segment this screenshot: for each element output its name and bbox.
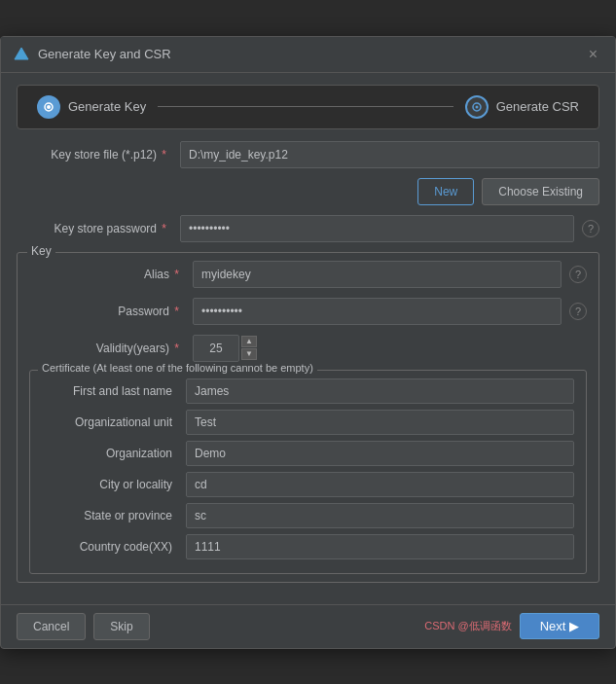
cert-row-1: Organizational unit	[42, 410, 574, 435]
cert-row-3: City or locality	[42, 472, 574, 497]
cert-label-0: First and last name	[42, 384, 178, 398]
title-bar: Generate Key and CSR ×	[1, 37, 615, 73]
cert-label-2: Organization	[42, 447, 178, 460]
dialog-title: Generate Key and CSR	[38, 47, 171, 61]
step-2-circle	[465, 95, 489, 119]
bottom-left-buttons: Cancel Skip	[17, 613, 150, 640]
cert-row-0: First and last name	[42, 378, 574, 404]
cert-input-city[interactable]	[186, 472, 574, 497]
validity-input-wrap: ▲ ▼	[193, 335, 257, 362]
validity-label: Validity(years) *	[29, 342, 185, 355]
validity-down-button[interactable]: ▼	[241, 348, 257, 360]
cert-input-state[interactable]	[186, 503, 574, 528]
step-line	[158, 106, 453, 107]
cert-label-4: State or province	[42, 509, 178, 522]
key-section-title: Key	[27, 244, 55, 258]
keystore-file-label: Key store file (*.p12) *	[17, 148, 172, 162]
keystore-file-row: Key store file (*.p12) *	[17, 141, 599, 168]
bottom-right-buttons: CSDN @低调函数 Next ▶	[424, 613, 599, 639]
alias-input[interactable]	[193, 261, 562, 288]
alias-help-icon[interactable]: ?	[569, 266, 587, 283]
key-password-row: Password * ?	[29, 298, 587, 325]
alias-row: Alias * ?	[29, 261, 587, 288]
cert-input-org-unit[interactable]	[186, 410, 574, 435]
cert-label-1: Organizational unit	[42, 415, 178, 429]
step-1-label: Generate Key	[68, 99, 146, 114]
keystore-password-row: Key store password * ?	[17, 215, 599, 242]
cert-row-4: State or province	[42, 503, 574, 528]
keystore-button-row: New Choose Existing	[17, 178, 599, 205]
form-content: Key store file (*.p12) * New Choose Exis…	[1, 141, 615, 604]
cert-label-3: City or locality	[42, 478, 178, 491]
cert-label-5: Country code(XX)	[42, 540, 178, 554]
key-password-label: Password *	[29, 305, 185, 318]
required-star-keystore: *	[162, 148, 166, 162]
svg-marker-0	[15, 48, 28, 59]
bottom-bar: Cancel Skip CSDN @低调函数 Next ▶	[1, 604, 615, 648]
required-star-password: *	[162, 222, 166, 235]
key-password-input[interactable]	[193, 298, 562, 325]
validity-input[interactable]	[193, 335, 239, 362]
keystore-password-label: Key store password *	[17, 222, 172, 235]
validity-up-button[interactable]: ▲	[241, 336, 257, 347]
step-2: Generate CSR	[465, 95, 579, 119]
certificate-section: Certificate (At least one of the followi…	[29, 370, 587, 574]
keystore-password-input[interactable]	[180, 215, 574, 242]
title-bar-left: Generate Key and CSR	[13, 46, 171, 63]
keystore-password-help-icon[interactable]: ?	[582, 220, 599, 237]
key-section: Key Alias * ? Password * ?	[17, 252, 599, 583]
cert-row-2: Organization	[42, 441, 574, 466]
cert-input-organization[interactable]	[186, 441, 574, 466]
step-2-label: Generate CSR	[496, 99, 579, 114]
generate-key-dialog: Generate Key and CSR × Generate Key Gene…	[0, 36, 616, 649]
cert-row-5: Country code(XX)	[42, 534, 574, 559]
choose-existing-button[interactable]: Choose Existing	[482, 178, 599, 205]
svg-point-4	[475, 105, 478, 108]
svg-point-2	[47, 105, 51, 109]
stepper: Generate Key Generate CSR	[17, 85, 599, 129]
cert-input-country[interactable]	[186, 534, 574, 559]
keystore-file-input[interactable]	[180, 141, 599, 168]
new-button[interactable]: New	[417, 178, 474, 205]
alias-label: Alias *	[29, 268, 185, 281]
skip-button[interactable]: Skip	[93, 613, 149, 640]
watermark-text: CSDN @低调函数	[424, 619, 511, 633]
close-button[interactable]: ×	[583, 45, 603, 64]
cancel-button[interactable]: Cancel	[17, 613, 86, 640]
validity-spinner: ▲ ▼	[241, 336, 257, 360]
step-1-circle	[37, 95, 60, 119]
next-button[interactable]: Next ▶	[520, 613, 599, 639]
key-password-help-icon[interactable]: ?	[569, 303, 587, 320]
validity-row: Validity(years) * ▲ ▼	[29, 335, 587, 362]
certificate-section-title: Certificate (At least one of the followi…	[38, 362, 317, 374]
cert-input-first-last-name[interactable]	[186, 378, 574, 404]
step-1: Generate Key	[37, 95, 146, 119]
app-icon	[13, 46, 30, 63]
